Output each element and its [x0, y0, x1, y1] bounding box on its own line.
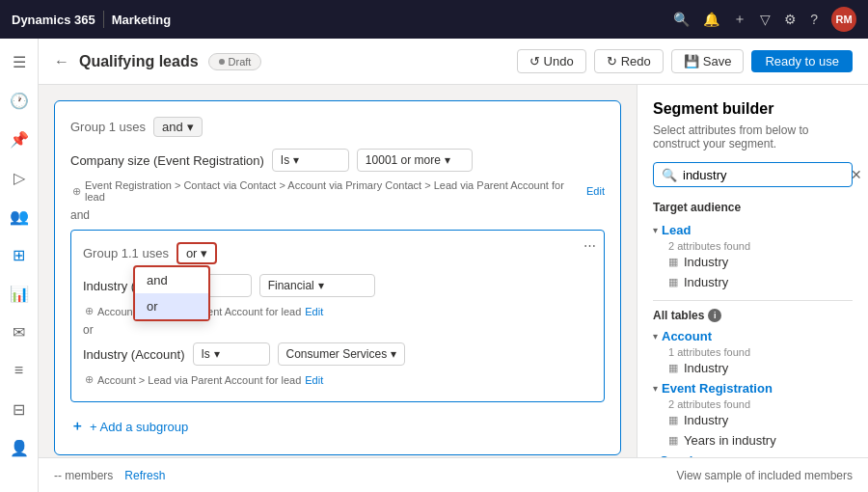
sidebar-home-icon[interactable]: ☰ — [4, 46, 35, 77]
back-button[interactable]: ← — [54, 53, 69, 70]
info-icon: i — [708, 309, 721, 322]
path-3-text: Account > Lead via Parent Account for le… — [97, 374, 301, 386]
nav-divider — [103, 11, 104, 28]
group-1-operator[interactable]: and ▾ — [153, 117, 203, 137]
refresh-button[interactable]: Refresh — [124, 469, 165, 482]
sidebar-mail-icon[interactable]: ✉ — [4, 316, 35, 347]
nav-icons: 🔍 🔔 ＋ ▽ ⚙ ? RM — [673, 7, 856, 32]
sb-clear-icon[interactable]: ✕ — [851, 167, 862, 182]
ready-to-use-button[interactable]: Ready to use — [751, 50, 853, 72]
dropdown-or[interactable]: or — [135, 293, 208, 319]
sb-group-event[interactable]: ▾ Event Registration — [653, 378, 853, 398]
brand: Dynamics 365 Marketing — [12, 11, 171, 28]
main-layout: ☰ 🕐 📌 ▷ 👥 ⊞ 📊 ✉ ≡ ⊟ 👤 ← Qualifying leads… — [0, 39, 868, 492]
members-count: -- members — [54, 469, 113, 482]
lead-count: 2 attributes found — [653, 240, 853, 252]
draft-label: Draft — [229, 56, 252, 68]
search-icon[interactable]: 🔍 — [673, 12, 690, 27]
sidebar-list-icon[interactable]: ≡ — [4, 355, 35, 386]
chevron-down-icon: ▾ — [653, 225, 658, 235]
save-button[interactable]: 💾 Save — [671, 49, 745, 73]
path-1-edit[interactable]: Edit — [586, 185, 605, 197]
module-name: Marketing — [112, 13, 171, 27]
condition-1-verb[interactable]: Is ▾ — [272, 149, 349, 172]
event-industry-label: Industry — [684, 413, 728, 427]
all-tables-label: All tables i — [653, 309, 853, 322]
add-subgroup-button[interactable]: ＋ + Add a subgroup — [70, 414, 605, 439]
sidebar-grid-icon[interactable]: ⊟ — [4, 394, 35, 424]
sb-group-lead[interactable]: ▾ Lead — [653, 220, 853, 240]
subgroup-label: Group 1.1 uses — [83, 246, 169, 260]
sidebar-chart-icon[interactable]: 📊 — [4, 278, 35, 309]
editor: Group 1 uses and ▾ Company size (Event R… — [39, 85, 637, 457]
plus-icon[interactable]: ＋ — [733, 11, 746, 28]
event-count: 2 attributes found — [653, 398, 853, 410]
account-industry-label: Industry — [684, 361, 728, 375]
avatar[interactable]: RM — [831, 7, 856, 32]
condition-3-value[interactable]: Consumer Services ▾ — [278, 342, 406, 366]
sidebar-people-icon[interactable]: 👥 — [4, 201, 35, 232]
group-1-container: Group 1 uses and ▾ Company size (Event R… — [54, 100, 621, 455]
add-subgroup-label: + Add a subgroup — [90, 420, 188, 434]
group-1-header: Group 1 uses and ▾ — [70, 117, 605, 137]
chevron-down-event-icon: ▾ — [653, 383, 658, 394]
and-label: and — [70, 208, 605, 222]
sidebar-person-icon[interactable]: 👤 — [4, 432, 35, 463]
path-3-row: ⊕ Account > Lead via Parent Account for … — [83, 373, 592, 386]
subgroup-header: Group 1.1 uses or ▾ and or ⋯ — [83, 242, 592, 264]
chevron-down-account-icon: ▾ — [653, 331, 658, 342]
sidebar-segment-icon[interactable]: ⊞ — [4, 239, 35, 270]
lead-industry-2[interactable]: ▦ Industry — [653, 272, 853, 292]
condition-3-row: Industry (Account) Is ▾ Consumer Service… — [83, 342, 592, 366]
redo-button[interactable]: ↻ Redo — [594, 49, 664, 73]
path-icon-2: ⊕ — [85, 305, 94, 317]
condition-3-label: Industry (Account) — [83, 347, 185, 362]
sb-subtitle: Select attributes from below to construc… — [653, 123, 853, 150]
lead-industry-1[interactable]: ▦ Industry — [653, 252, 853, 272]
grid-icon-event-2: ▦ — [668, 434, 678, 447]
page-title: Qualifying leads — [79, 53, 199, 70]
content-area: ← Qualifying leads Draft ↺ Undo ↻ Redo 💾… — [39, 39, 868, 492]
subgroup-operator[interactable]: or ▾ — [176, 242, 218, 264]
top-navigation: Dynamics 365 Marketing 🔍 🔔 ＋ ▽ ⚙ ? RM — [0, 0, 868, 39]
undo-button[interactable]: ↺ Undo — [517, 49, 586, 73]
condition-3-verb[interactable]: Is ▾ — [193, 342, 270, 366]
account-count: 1 attributes found — [653, 346, 853, 358]
lead-industry-2-label: Industry — [684, 275, 728, 289]
path-2-edit[interactable]: Edit — [305, 306, 323, 317]
secondary-toolbar: ← Qualifying leads Draft ↺ Undo ↻ Redo 💾… — [39, 39, 868, 85]
settings-icon[interactable]: ⚙ — [784, 12, 797, 27]
subgroup-more-icon[interactable]: ⋯ — [583, 238, 596, 253]
event-years[interactable]: ▦ Years in industry — [653, 430, 853, 451]
sb-search-icon: 🔍 — [662, 168, 677, 182]
bell-icon[interactable]: 🔔 — [703, 12, 719, 27]
path-icon-1: ⊕ — [72, 185, 81, 198]
sb-search-input[interactable] — [683, 168, 845, 182]
sb-group-account[interactable]: ▾ Account — [653, 326, 853, 346]
sb-account-label: Account — [662, 329, 712, 343]
condition-1-value[interactable]: 10001 or more ▾ — [357, 149, 473, 172]
segment-builder-panel: Segment builder Select attributes from b… — [637, 85, 868, 457]
or-label: or — [83, 323, 592, 337]
sidebar-clock-icon[interactable]: 🕐 — [4, 85, 35, 116]
filter-icon[interactable]: ▽ — [760, 12, 771, 27]
sb-divider-1 — [653, 300, 853, 301]
account-industry[interactable]: ▦ Industry — [653, 358, 853, 378]
dropdown-and[interactable]: and — [135, 267, 208, 293]
path-1-text: Event Registration > Contact via Contact… — [85, 179, 583, 203]
subgroup-container: Group 1.1 uses or ▾ and or ⋯ — [70, 230, 605, 402]
bottom-bar: -- members Refresh View sample of includ… — [39, 457, 868, 492]
sidebar-pin-icon[interactable]: 📌 — [4, 123, 35, 154]
help-icon[interactable]: ? — [810, 12, 818, 27]
path-3-edit[interactable]: Edit — [305, 374, 323, 386]
sb-search-box: 🔍 ✕ — [653, 162, 853, 187]
condition-2-value[interactable]: Financial ▾ — [259, 274, 375, 297]
sidebar-play-icon[interactable]: ▷ — [4, 162, 35, 193]
group-1-label: Group 1 uses — [70, 120, 146, 134]
brand-name: Dynamics 365 — [12, 13, 95, 27]
sb-group-session[interactable]: › Session — [653, 451, 853, 457]
sb-lead-label: Lead — [662, 223, 691, 237]
event-industry[interactable]: ▦ Industry — [653, 410, 853, 430]
path-1-row: ⊕ Event Registration > Contact via Conta… — [70, 179, 605, 203]
view-sample-link[interactable]: View sample of included members — [676, 469, 853, 482]
